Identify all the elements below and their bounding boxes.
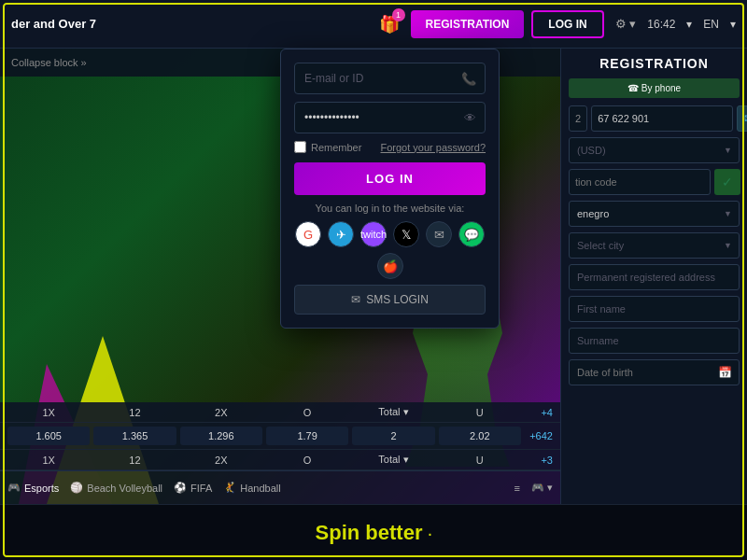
dob-input[interactable] bbox=[569, 359, 740, 385]
handball-icon: 🤾 bbox=[223, 482, 236, 494]
password-input-wrap: 👁 bbox=[294, 102, 486, 133]
phone-number-input[interactable] bbox=[591, 105, 733, 132]
gift-badge: 1 bbox=[392, 8, 405, 21]
address-input[interactable] bbox=[569, 264, 740, 290]
nav-beach-volleyball[interactable]: 🏐 Beach Volleyball bbox=[70, 482, 162, 494]
eye-icon[interactable]: 👁 bbox=[464, 111, 476, 125]
promo-row: ✓ bbox=[569, 169, 740, 195]
controller-icon: 🎮 ▾ bbox=[531, 482, 553, 494]
settings-icon[interactable]: ⚙ ▾ bbox=[615, 17, 637, 31]
extra-642[interactable]: +642 bbox=[525, 430, 553, 441]
col-o: O bbox=[266, 407, 348, 418]
social-icons-row: G ✈ twitch 𝕏 ✉ 💬 bbox=[294, 221, 486, 247]
forgot-password-link[interactable]: Forgot your password? bbox=[381, 142, 486, 153]
calendar-icon: 📅 bbox=[718, 366, 732, 379]
odd-5[interactable]: 2 bbox=[352, 427, 434, 445]
col-total: Total ▾ bbox=[352, 406, 434, 418]
header-time: 16:42 bbox=[647, 18, 675, 31]
language-selector[interactable]: EN bbox=[703, 18, 719, 31]
col-12-2: 12 bbox=[93, 455, 176, 466]
sms-login-button[interactable]: ✉ SMS LOGIN bbox=[294, 285, 486, 315]
currency-select[interactable]: (USD) bbox=[569, 137, 740, 163]
odd-3[interactable]: 1.296 bbox=[180, 427, 262, 445]
header: der and Over 7 🎁 1 REGISTRATION LOG IN ⚙… bbox=[0, 0, 747, 49]
login-modal: 📞 👁 Remember Forgot your password? LOG I… bbox=[280, 49, 500, 329]
phone-row: 2 ✉ bbox=[569, 105, 740, 132]
remember-checkbox[interactable] bbox=[294, 141, 306, 153]
col-u: U bbox=[439, 407, 521, 418]
table-row: 1.605 1.365 1.296 1.79 2 2.02 +642 bbox=[0, 423, 560, 450]
nav-fifa[interactable]: ⚽ FIFA bbox=[174, 482, 212, 494]
phone-code: 2 bbox=[569, 105, 587, 132]
promo-apply-button[interactable]: ✓ bbox=[714, 169, 740, 195]
col-1x-2: 1X bbox=[7, 455, 90, 466]
gift-button[interactable]: 🎁 1 bbox=[379, 14, 400, 35]
currency-select-wrap: (USD) bbox=[569, 137, 740, 163]
registration-panel: REGISTRATION ☎ By phone 2 ✉ (USD) ✓ bbox=[560, 49, 747, 504]
sms-icon: ✉ bbox=[351, 293, 360, 306]
list-icon: ≡ bbox=[514, 483, 520, 494]
collapse-label: Collapse block » bbox=[11, 57, 87, 68]
nav-controller[interactable]: 🎮 ▾ bbox=[531, 482, 553, 494]
country-select-wrap: enegro bbox=[569, 201, 740, 227]
col-o-2: O bbox=[266, 455, 348, 466]
password-input[interactable] bbox=[294, 102, 486, 133]
sports-nav: 🎮 Esports 🏐 Beach Volleyball ⚽ FIFA 🤾 Ha… bbox=[0, 470, 560, 504]
login-header-button[interactable]: LOG IN bbox=[531, 10, 603, 38]
table-row: 1X 12 2X O Total ▾ U +3 bbox=[0, 450, 560, 470]
logo-white: Spin bbox=[316, 521, 360, 544]
odd-6[interactable]: 2.02 bbox=[439, 427, 521, 445]
tab-phone[interactable]: ☎ By phone bbox=[569, 78, 740, 98]
login-modal-button[interactable]: LOG IN bbox=[294, 162, 486, 195]
registration-button[interactable]: REGISTRATION bbox=[411, 10, 525, 38]
esports-icon: 🎮 bbox=[7, 482, 21, 494]
google-login-icon[interactable]: G bbox=[295, 221, 321, 247]
twitch-login-icon[interactable]: twitch bbox=[360, 221, 387, 247]
volleyball-icon: 🏐 bbox=[70, 482, 83, 494]
x-login-icon[interactable]: 𝕏 bbox=[393, 221, 419, 247]
logo-dot: · bbox=[429, 527, 432, 542]
country-select[interactable]: enegro bbox=[569, 201, 740, 227]
logo-yellow: better bbox=[365, 521, 422, 544]
email-input-wrap: 📞 bbox=[294, 63, 486, 94]
col-2x-2: 2X bbox=[180, 455, 262, 466]
col-12: 12 bbox=[93, 407, 176, 418]
social-hint: You can log in to the website via: bbox=[294, 203, 486, 214]
col-u-2: U bbox=[439, 455, 521, 466]
apple-icon-row: 🍎 bbox=[294, 253, 486, 279]
odd-4[interactable]: 1.79 bbox=[266, 427, 348, 445]
nav-handball[interactable]: 🤾 Handball bbox=[223, 482, 280, 494]
odd-1[interactable]: 1.605 bbox=[7, 427, 90, 445]
registration-title: REGISTRATION bbox=[569, 56, 740, 71]
mail-login-icon[interactable]: ✉ bbox=[426, 221, 452, 247]
city-select[interactable]: Select city bbox=[569, 232, 740, 259]
wechat-login-icon[interactable]: 💬 bbox=[458, 221, 485, 247]
telegram-login-icon[interactable]: ✈ bbox=[328, 221, 354, 247]
phone-tab-icon: ☎ bbox=[627, 83, 639, 93]
email-input[interactable] bbox=[294, 63, 486, 94]
col-1x: 1X bbox=[7, 407, 90, 418]
promo-input[interactable] bbox=[569, 169, 711, 195]
odds-table: 1X 12 2X O Total ▾ U +4 1.605 1.365 1.29… bbox=[0, 402, 560, 470]
dob-row: 📅 bbox=[569, 359, 740, 385]
footer: Spin better · bbox=[0, 504, 747, 560]
reg-tab-row: ☎ By phone bbox=[569, 78, 740, 98]
col-2x: 2X bbox=[180, 407, 262, 418]
nav-more[interactable]: ≡ bbox=[514, 483, 520, 494]
nav-esports[interactable]: 🎮 Esports bbox=[7, 482, 59, 494]
footer-logo: Spin better · bbox=[316, 521, 432, 545]
apple-login-icon[interactable]: 🍎 bbox=[377, 253, 403, 279]
col-extra-1[interactable]: +4 bbox=[525, 407, 553, 418]
odd-2[interactable]: 1.365 bbox=[93, 427, 176, 445]
surname-input[interactable] bbox=[569, 328, 740, 354]
header-title: der and Over 7 bbox=[11, 17, 372, 31]
fifa-icon: ⚽ bbox=[174, 482, 187, 494]
odds-header-row: 1X 12 2X O Total ▾ U +4 bbox=[0, 402, 560, 423]
remember-label[interactable]: Remember bbox=[294, 141, 361, 153]
login-options: Remember Forgot your password? bbox=[294, 141, 486, 153]
extra-3[interactable]: +3 bbox=[525, 455, 553, 466]
email-icon-button[interactable]: ✉ bbox=[737, 105, 747, 132]
firstname-input[interactable] bbox=[569, 296, 740, 322]
col-total-2: Total ▾ bbox=[352, 454, 434, 466]
city-select-wrap: Select city bbox=[569, 232, 740, 259]
